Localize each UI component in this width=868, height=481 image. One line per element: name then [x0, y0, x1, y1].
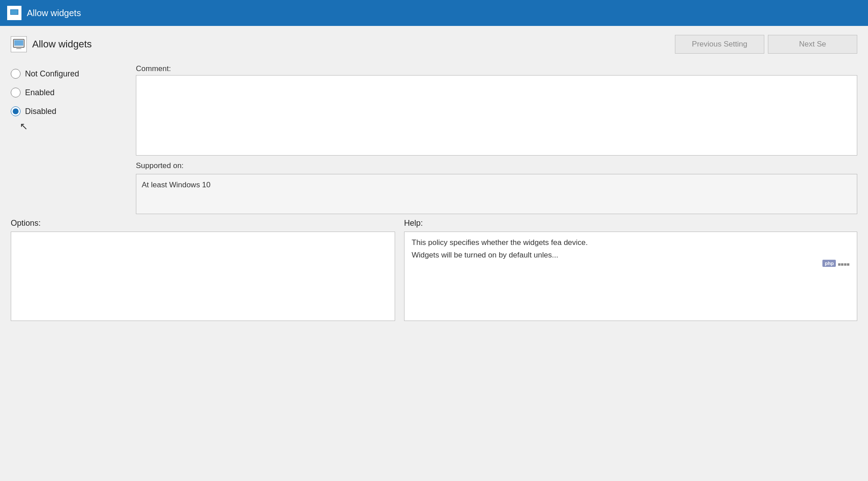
supported-on-value: At least Windows 10 [136, 174, 857, 214]
title-bar-title: Allow widgets [27, 8, 81, 18]
supported-on-label: Supported on: [136, 161, 857, 170]
page-title: Allow widgets [32, 38, 92, 50]
php-badge: php [822, 260, 836, 267]
left-column: Not Configured Enabled Disabled ↖ [11, 64, 136, 132]
help-text: This policy specifies whether the widget… [412, 238, 850, 247]
header-buttons: Previous Setting Next Se [675, 35, 857, 54]
svg-rect-6 [17, 47, 21, 48]
radio-enabled-input[interactable] [11, 88, 21, 97]
radio-not-configured-input[interactable] [11, 69, 21, 79]
radio-enabled[interactable]: Enabled [11, 88, 136, 97]
previous-setting-button[interactable]: Previous Setting [675, 35, 764, 54]
radio-disabled-input[interactable] [11, 106, 21, 116]
header-icon [11, 36, 27, 52]
settings-columns: Not Configured Enabled Disabled ↖ Commen… [11, 64, 857, 214]
help-bottom: php ■■■■ [412, 260, 850, 267]
options-label: Options: [11, 219, 395, 228]
main-content: Allow widgets Previous Setting Next Se N… [0, 26, 868, 481]
comment-textarea[interactable] [136, 75, 857, 156]
svg-rect-1 [11, 10, 18, 14]
svg-rect-7 [16, 48, 21, 49]
help-label: Help: [404, 219, 857, 228]
title-bar-icon [7, 6, 21, 20]
title-bar: Allow widgets [0, 0, 868, 26]
radio-disabled-label: Disabled [25, 107, 56, 116]
supported-section: Supported on: At least Windows 10 [136, 161, 857, 214]
radio-group: Not Configured Enabled Disabled [11, 64, 136, 116]
header-row: Allow widgets Previous Setting Next Se [11, 35, 857, 54]
svg-rect-5 [14, 40, 23, 46]
radio-not-configured-label: Not Configured [25, 69, 79, 79]
options-box [11, 232, 395, 321]
help-continuation: Widgets will be turned on by default unl… [412, 251, 850, 260]
radio-not-configured[interactable]: Not Configured [11, 69, 136, 79]
right-column: Comment: Supported on: At least Windows … [136, 64, 857, 214]
options-panel: Options: [11, 219, 395, 321]
svg-rect-2 [13, 15, 16, 16]
radio-disabled[interactable]: Disabled [11, 106, 136, 116]
help-panel: Help: This policy specifies whether the … [404, 219, 857, 321]
help-box: This policy specifies whether the widget… [404, 232, 857, 321]
version-badge: ■■■■ [838, 262, 850, 267]
svg-rect-3 [12, 16, 17, 17]
bottom-section: Options: Help: This policy specifies whe… [11, 219, 857, 321]
radio-enabled-label: Enabled [25, 88, 55, 97]
cursor: ↖ [20, 121, 136, 132]
next-setting-button[interactable]: Next Se [768, 35, 857, 54]
comment-label: Comment: [136, 64, 857, 73]
header-left: Allow widgets [11, 36, 92, 52]
